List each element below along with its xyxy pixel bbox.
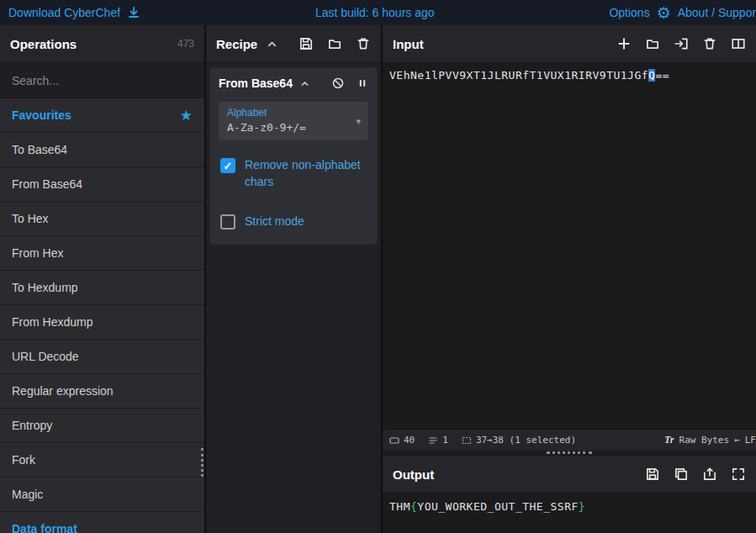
operation-item[interactable]: Magic	[0, 478, 204, 512]
topbar-right: Options ⚙ About / Support	[609, 5, 756, 21]
input-text: VEhNe1lPVV9XT1JLRURfT1VUX1RIRV9TU1JGf	[389, 69, 648, 82]
io-split-handle[interactable]	[383, 451, 756, 456]
output-text: YOU_WORKED_OUT_THE_SSRF	[417, 500, 579, 513]
strict-mode-checkbox[interactable]: Strict mode	[220, 214, 367, 230]
main-layout: Operations 473 Favourites ★ To Base64 Fr…	[0, 25, 756, 533]
eol-selector[interactable]: LF	[745, 435, 756, 446]
line-count-group: 1	[428, 435, 448, 446]
char-count-icon	[389, 435, 399, 446]
save-output-icon[interactable]	[645, 467, 660, 482]
about-link[interactable]: About / Support	[678, 6, 756, 19]
operations-panel: Operations 473 Favourites ★ To Base64 Fr…	[0, 25, 206, 533]
eol-arrow-icon[interactable]: ←	[734, 435, 740, 446]
cursor-selection-icon	[462, 435, 472, 446]
topbar-left: Download CyberChef	[8, 6, 140, 19]
operations-header: Operations 473	[0, 25, 204, 63]
output-textarea[interactable]: THM{YOU_WORKED_OUT_THE_SSRF}	[383, 493, 756, 533]
encoding-selector[interactable]: Raw Bytes	[679, 435, 730, 446]
character-encoding-icon[interactable]: Tr	[664, 434, 674, 446]
char-count-group: 40	[389, 435, 415, 446]
checkbox-unchecked-icon[interactable]	[220, 214, 235, 230]
chevron-up-icon[interactable]	[266, 38, 278, 50]
operation-item[interactable]: URL Decode	[0, 340, 204, 374]
breakpoint-pause-icon[interactable]	[357, 77, 368, 90]
alphabet-label: Alphabet	[227, 107, 350, 119]
add-input-tab-plus-icon[interactable]	[616, 36, 632, 51]
maximise-output-expand-icon[interactable]	[731, 467, 746, 482]
favourites-label: Favourites	[12, 108, 71, 122]
operation-item[interactable]: From Hexdump	[0, 305, 204, 340]
download-link[interactable]: Download CyberChef	[8, 6, 120, 19]
checkbox-label: Remove non-alphabet chars	[245, 157, 367, 190]
recipe-operation-from-base64[interactable]: From Base64	[209, 67, 378, 245]
operation-item[interactable]: To Hex	[0, 202, 204, 236]
output-text: THM	[389, 500, 410, 513]
checkbox-checked-icon[interactable]: ✓	[220, 158, 235, 173]
column-resize-handle[interactable]	[201, 448, 204, 477]
open-folder-icon[interactable]	[645, 36, 660, 51]
topbar: Download CyberChef Last build: 6 hours a…	[0, 0, 756, 25]
open-input-import-icon[interactable]	[674, 36, 689, 51]
selection-value: 37→38 (1 selected)	[476, 435, 576, 446]
disable-operation-icon[interactable]	[331, 77, 345, 90]
input-title: Input	[393, 37, 424, 51]
search-input[interactable]	[0, 63, 204, 98]
operation-item[interactable]: To Hexdump	[0, 271, 204, 305]
operation-item[interactable]: From Base64	[0, 167, 204, 202]
remove-non-alphabet-checkbox[interactable]: ✓ Remove non-alphabet chars	[220, 157, 367, 190]
output-header: Output	[383, 456, 756, 493]
replace-input-popout-icon[interactable]	[702, 467, 717, 482]
line-count-icon	[428, 435, 438, 446]
gear-icon[interactable]: ⚙	[657, 5, 671, 21]
input-status-bar: 40 1 37→38 (1 selected) Tr Raw Bytes	[383, 429, 756, 451]
recipe-panel: Recipe	[206, 25, 383, 533]
favourites-header[interactable]: Favourites ★	[0, 98, 204, 133]
operation-item[interactable]: Entropy	[0, 409, 204, 443]
selection-group: 37→38 (1 selected)	[462, 435, 576, 446]
status-right-group: Tr Raw Bytes ← LF	[664, 434, 756, 446]
line-count-value: 1	[442, 435, 448, 446]
clear-input-trash-icon[interactable]	[702, 36, 717, 51]
alphabet-value: A-Za-z0-9+/=	[227, 121, 350, 134]
checkbox-label: Strict mode	[245, 214, 304, 230]
split-view-icon[interactable]	[731, 36, 746, 51]
load-recipe-folder-icon[interactable]	[327, 36, 342, 51]
clear-recipe-trash-icon[interactable]	[356, 36, 371, 51]
options-link[interactable]: Options	[609, 6, 649, 19]
output-brace-close: }	[579, 500, 585, 513]
char-count-value: 40	[404, 435, 415, 446]
star-icon[interactable]: ★	[180, 107, 193, 124]
split-dots-icon[interactable]	[547, 451, 592, 454]
output-title: Output	[393, 467, 434, 482]
io-panel: Input	[383, 25, 756, 533]
operation-item[interactable]: To Base64	[0, 133, 204, 167]
collapse-args-chevron-icon[interactable]	[299, 78, 310, 89]
operation-item[interactable]: Fork	[0, 443, 204, 478]
recipe-header: Recipe	[206, 25, 381, 63]
input-header: Input	[383, 25, 756, 63]
input-textarea[interactable]: VEhNe1lPVV9XT1JLRURfT1VUX1RIRV9TU1JGfQ==	[383, 63, 756, 429]
operation-name: From Base64	[219, 77, 293, 90]
operation-item[interactable]: From Hex	[0, 236, 204, 271]
copy-output-icon[interactable]	[674, 467, 689, 482]
save-recipe-icon[interactable]	[299, 36, 314, 51]
cyberchef-app: Download CyberChef Last build: 6 hours a…	[0, 0, 756, 533]
operations-title: Operations	[10, 37, 77, 51]
caret-down-icon: ▾	[356, 116, 361, 127]
download-icon[interactable]	[127, 6, 140, 19]
check-icon: ✓	[224, 160, 233, 172]
recipe-title: Recipe	[216, 37, 257, 51]
last-build-label: Last build: 6 hours ago	[315, 6, 435, 19]
operation-item[interactable]: Regular expression	[0, 374, 204, 409]
input-text: ==	[655, 69, 669, 82]
operations-count: 473	[177, 38, 194, 50]
alphabet-select[interactable]: Alphabet A-Za-z0-9+/= ▾	[219, 102, 368, 140]
category-data-format[interactable]: Data format	[0, 512, 204, 533]
operation-title-row[interactable]: From Base64	[210, 68, 377, 93]
